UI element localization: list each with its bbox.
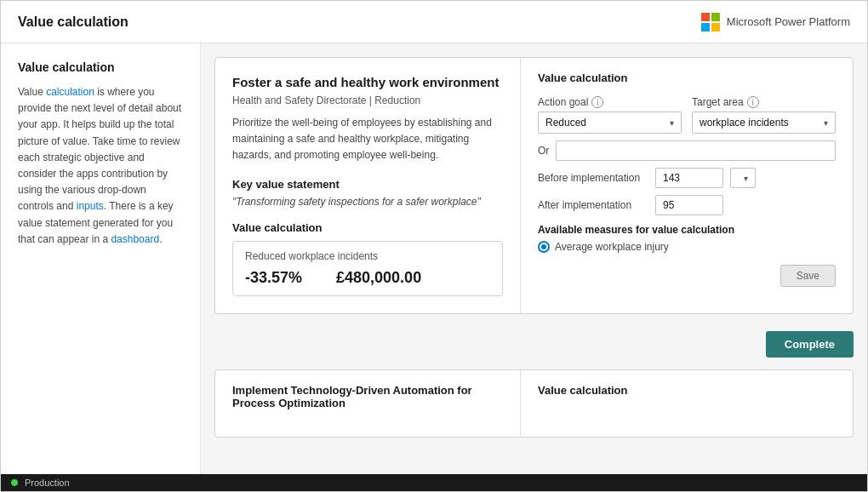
- card-2-left: Implement Technology-Driven Automation f…: [215, 370, 521, 437]
- after-impl-label: After implementation: [538, 199, 648, 211]
- card-2: Implement Technology-Driven Automation f…: [214, 369, 854, 438]
- before-impl-input[interactable]: [655, 168, 723, 188]
- card-1-left: Foster a safe and healthy work environme…: [215, 58, 521, 313]
- or-row: Or: [538, 140, 836, 161]
- measure-item[interactable]: Average workplace injury: [538, 241, 836, 253]
- ms-sq3: [701, 23, 710, 31]
- save-button[interactable]: Save: [780, 265, 836, 287]
- before-impl-arrow-icon: ▾: [744, 174, 748, 183]
- or-input[interactable]: [556, 140, 836, 161]
- target-area-arrow-icon: ▾: [824, 118, 828, 128]
- save-row: Save: [538, 265, 836, 287]
- form-row-goals: Action goal i Reduced ▾ Target area: [538, 96, 836, 134]
- footer: Production: [1, 474, 867, 491]
- measure-label: Average workplace injury: [555, 241, 669, 253]
- card-2-title: Implement Technology-Driven Automation f…: [232, 384, 503, 409]
- result-pct: -33.57%: [245, 269, 302, 287]
- available-label: Available measures for value calculation: [538, 224, 836, 236]
- card-1-title: Foster a safe and healthy work environme…: [232, 75, 503, 89]
- page-title: Value calculation: [18, 14, 128, 30]
- card-1-subtitle: Health and Safety Directorate | Reductio…: [232, 94, 503, 106]
- ms-squares-icon: [701, 13, 720, 31]
- sidebar-title: Value calculation: [18, 60, 183, 74]
- action-goal-group: Action goal i Reduced ▾: [538, 96, 682, 134]
- action-goal-select[interactable]: Reduced ▾: [538, 112, 682, 134]
- or-label: Or: [538, 145, 549, 157]
- ms-sq1: [701, 13, 710, 21]
- after-impl-input[interactable]: [655, 195, 723, 215]
- complete-area: Complete: [214, 324, 854, 359]
- target-area-info-icon[interactable]: i: [747, 96, 759, 108]
- sidebar: Value calculation Value calculation is w…: [1, 43, 201, 474]
- value-calc-box: Reduced workplace incidents -33.57% £480…: [232, 241, 503, 296]
- sidebar-link-inputs[interactable]: inputs: [77, 200, 104, 212]
- radio-inner: [541, 244, 546, 249]
- target-area-group: Target area i workplace incidents ▾: [692, 96, 836, 134]
- target-area-label: Target area i: [692, 96, 836, 108]
- before-impl-label: Before implementation: [538, 172, 648, 184]
- available-measures: Available measures for value calculation…: [538, 224, 836, 253]
- sidebar-link-dashboard[interactable]: dashboard: [111, 233, 159, 245]
- footer-status: Production: [25, 478, 70, 488]
- target-area-select[interactable]: workplace incidents ▾: [692, 112, 836, 134]
- card-2-right: Value calculation: [521, 370, 853, 437]
- ms-brand-text: Microsoft Power Platform: [727, 15, 850, 28]
- result-money: £480,000.00: [336, 269, 421, 287]
- result-label: Reduced workplace incidents: [245, 250, 490, 262]
- action-goal-info-icon[interactable]: i: [591, 96, 603, 108]
- before-impl-row: Before implementation ▾: [538, 168, 836, 188]
- action-goal-label: Action goal i: [538, 96, 682, 108]
- measure-radio[interactable]: [538, 241, 550, 253]
- ms-sq4: [711, 23, 720, 31]
- card-1: Foster a safe and healthy work environme…: [214, 57, 854, 314]
- value-calc-label: Value calculation: [232, 221, 503, 234]
- sidebar-text: Value calculation is where you provide t…: [18, 84, 183, 248]
- key-value-label: Key value statement: [232, 178, 503, 191]
- card-1-right: Value calculation Action goal i Reduced …: [521, 58, 853, 313]
- sidebar-link-calculation[interactable]: calculation: [46, 86, 94, 98]
- status-indicator: [11, 479, 18, 486]
- before-impl-select[interactable]: ▾: [730, 168, 756, 188]
- after-impl-row: After implementation: [538, 195, 836, 215]
- ms-sq2: [711, 13, 720, 21]
- card-1-description: Prioritize the well-being of employees b…: [232, 115, 503, 164]
- complete-button[interactable]: Complete: [766, 331, 854, 358]
- ms-logo: Microsoft Power Platform: [701, 13, 850, 31]
- cards-area: Foster a safe and healthy work environme…: [201, 43, 867, 474]
- card-2-vc-title: Value calculation: [538, 384, 836, 397]
- vc-panel-title: Value calculation: [538, 72, 836, 84]
- action-goal-arrow-icon: ▾: [670, 118, 674, 128]
- key-value-text: "Transforming safety inspections for a s…: [232, 196, 503, 208]
